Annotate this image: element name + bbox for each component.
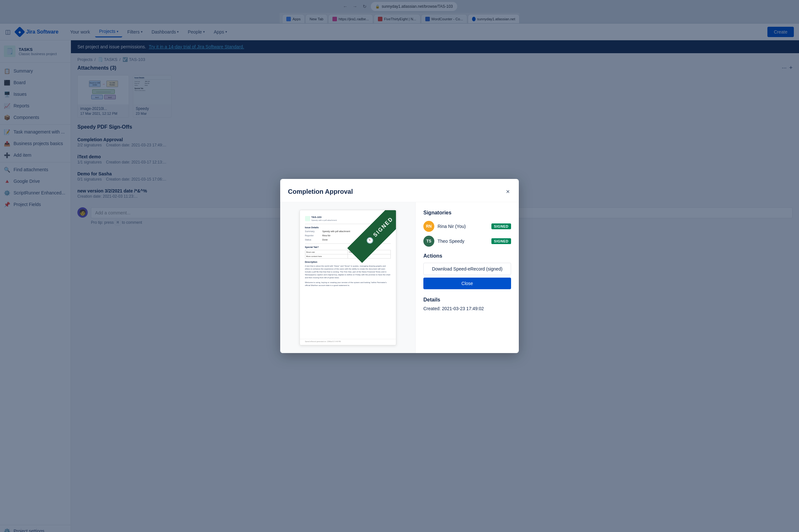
modal-document-preview: 🕐 SIGNED TAS-103 Speedy with a pdf attac…	[280, 202, 416, 353]
details-created: Created: 2021-03-23 17:49:02	[423, 306, 511, 311]
details-heading: Details	[423, 297, 511, 303]
close-modal-button[interactable]: Close	[423, 278, 511, 289]
signed-stamp-wrapper: 🕐 SIGNED	[331, 210, 396, 275]
stamp-diagonal: 🕐 SIGNED	[347, 210, 396, 263]
details-section: Details Created: 2021-03-23 17:49:02	[423, 297, 511, 311]
signatory-info-0: RN Rina Nir (You)	[423, 221, 465, 232]
document-paper: 🕐 SIGNED TAS-103 Speedy with a pdf attac…	[300, 210, 396, 345]
modal-overlay[interactable]: Completion Approval × 🕐 SIGNED	[0, 0, 799, 532]
signatories-heading: Signatories	[423, 210, 511, 216]
signatory-row-1: TS Theo Speedy SIGNED	[423, 236, 511, 247]
actions-heading: Actions	[423, 253, 511, 259]
signatory-info-1: TS Theo Speedy	[423, 236, 464, 247]
signatory-avatar-1: TS	[423, 236, 434, 247]
modal-body: 🕐 SIGNED TAS-103 Speedy with a pdf attac…	[280, 202, 519, 353]
completion-approval-modal: Completion Approval × 🕐 SIGNED	[280, 179, 519, 353]
doc-description-2: Welcome to using, buying or creating you…	[305, 281, 391, 287]
actions-section: Actions Download Speed-eRecord (signed) …	[423, 253, 511, 289]
doc-logo-box	[305, 216, 310, 221]
signatory-name-0: Rina Nir (You)	[438, 224, 465, 229]
download-button[interactable]: Download Speed-eRecord (signed)	[423, 263, 511, 275]
stamp-clock-icon: 🕐	[365, 235, 375, 245]
signatory-avatar-0: RN	[423, 221, 434, 232]
signed-badge-1: SIGNED	[491, 238, 511, 244]
signed-badge-0: SIGNED	[491, 224, 511, 229]
modal-header: Completion Approval ×	[280, 179, 519, 202]
signatory-row-0: RN Rina Nir (You) SIGNED	[423, 221, 511, 232]
modal-close-button[interactable]: ×	[505, 187, 511, 197]
stamp-text: SIGNED	[372, 216, 394, 238]
signatory-name-1: Theo Speedy	[438, 239, 464, 244]
doc-footer: Speed-eRecord generated on: 23/Mar/21 5:…	[300, 339, 396, 342]
modal-title: Completion Approval	[288, 188, 353, 195]
modal-sidebar: Signatories RN Rina Nir (You) SIGNED TS	[416, 202, 519, 353]
